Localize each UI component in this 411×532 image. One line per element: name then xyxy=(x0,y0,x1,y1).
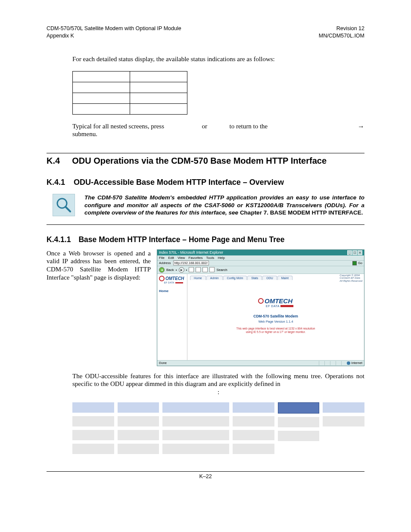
forward-icon: ► xyxy=(179,267,184,273)
typical-a: Typical for all nested screens, press xyxy=(72,123,166,130)
tree-cell xyxy=(118,416,159,426)
header-right-1: Revision 12 xyxy=(336,25,364,32)
heading-k411: K.4.1.1 Base Modem HTTP Interface – Home… xyxy=(47,235,364,244)
ie-tab-admin: Admin xyxy=(206,276,223,280)
header-left-2: Appendix K xyxy=(47,32,74,40)
menu-tree-diagram xyxy=(72,402,364,454)
ie-tab-odu: ODU xyxy=(262,276,277,280)
heading-k41: K.4.1 ODU-Accessible Base Modem HTTP Int… xyxy=(47,178,364,187)
ie-tab-stats: Stats xyxy=(247,276,262,280)
ie-addr-value: http://192.168.001.002/ xyxy=(173,261,209,265)
heading-k411-title: Base Modem HTTP Interface – Home Page an… xyxy=(78,235,284,244)
ie-center-version: Web Page Version 1.1.4 xyxy=(190,320,361,324)
ie-back-label: Back xyxy=(166,268,174,272)
header-left-1: CDM-570/570L Satellite Modem with Option… xyxy=(47,25,181,32)
info-callout: The CDM-570 Satellite Modem's embedded H… xyxy=(53,194,364,217)
tree-cell xyxy=(323,402,364,413)
tree-cell xyxy=(162,444,229,454)
home-icon xyxy=(202,267,208,272)
go-icon xyxy=(352,261,357,265)
close-icon: × xyxy=(358,250,362,255)
tree-cell xyxy=(118,444,159,454)
tree-cell xyxy=(233,430,274,440)
ie-tab-config: Config Mdm xyxy=(223,276,247,280)
magnifier-icon xyxy=(53,194,75,216)
svg-line-1 xyxy=(65,207,70,212)
ie-status-inet: Internet xyxy=(352,361,362,365)
tree-cell xyxy=(162,430,229,440)
heading-k4: K.4 ODU Operations via the CDM-570 Base … xyxy=(47,156,364,166)
page-number: K–22 xyxy=(47,473,364,479)
search-icon xyxy=(209,267,215,272)
ie-menu-favorites: Favorites xyxy=(189,256,203,260)
ie-addressbar: Address http://192.168.001.002/ Go xyxy=(157,261,364,266)
comtech-logo-small: OMTECH xyxy=(159,276,185,281)
tree-cell xyxy=(72,402,114,413)
typical-c: submenu. xyxy=(72,131,97,137)
ie-title-text: Index 570L - Microsoft Internet Explorer xyxy=(159,250,223,255)
tree-cell xyxy=(233,416,274,426)
ie-go-label: Go xyxy=(358,261,362,265)
heading-k41-num: K.4.1 xyxy=(47,178,65,187)
tree-cell xyxy=(118,402,159,413)
centered-colon: : xyxy=(72,388,364,396)
ie-menu-file: File xyxy=(159,256,165,260)
ie-menu-edit: Edit xyxy=(168,256,174,260)
tree-cell xyxy=(278,431,320,441)
ie-tab-maint: Maint xyxy=(277,276,293,280)
nav-home-label: Home xyxy=(159,289,185,293)
ie-main-pane: Home Admin Config Mdm Stats ODU Maint Co… xyxy=(187,274,364,360)
ie-tabs: Home Admin Config Mdm Stats ODU Maint xyxy=(190,276,361,280)
logo-main-big: OMTECH xyxy=(265,297,293,305)
section-rule xyxy=(47,153,364,153)
intro-paragraph: For each detailed status display, the av… xyxy=(72,55,364,63)
tree-cell xyxy=(233,444,274,454)
footer-rule xyxy=(47,471,364,472)
ie-status-done: Done xyxy=(159,361,167,365)
tree-cell xyxy=(118,430,159,440)
status-table xyxy=(72,71,187,115)
heading-k41-title: ODU-Accessible Base Modem HTTP Interface… xyxy=(74,178,284,187)
ie-copy-1: Copyright © 2004 xyxy=(339,274,362,277)
logo-main-small: OMTECH xyxy=(165,276,184,281)
maximize-icon: □ xyxy=(352,250,357,255)
ie-hint-a: This web page interface is best viewed a… xyxy=(190,327,361,330)
logo-sub-big: EF DATA xyxy=(266,305,280,308)
heading-k4-title: ODU Operations via the CDM-570 Base Mode… xyxy=(72,156,327,166)
ie-copyright: Copyright © 2004 Comtech EF Data All Rig… xyxy=(339,274,362,283)
refresh-icon xyxy=(196,267,201,272)
ie-copy-2: Comtech EF Data xyxy=(339,277,362,280)
typical-note: → Typical for all nested screens, press … xyxy=(72,122,364,139)
comtech-logo-big: OMTECH EF DATA xyxy=(258,297,293,308)
ie-left-nav: OMTECH EF DATA Home xyxy=(157,274,187,360)
ie-window-screenshot: Index 570L - Microsoft Internet Explorer… xyxy=(157,249,364,366)
callout-text: The CDM-570 Satellite Modem's embedded H… xyxy=(84,194,364,217)
arrow-right-icon: → xyxy=(358,122,364,131)
ie-hint-b: using IE 5.5 or higher on a 17" or large… xyxy=(190,330,361,334)
tree-cell xyxy=(162,416,229,426)
tree-cell xyxy=(278,417,320,427)
ie-copy-3: All Rights Reserved xyxy=(339,280,362,283)
subsection-rule xyxy=(47,224,364,225)
heading-k411-num: K.4.1.1 xyxy=(47,235,71,244)
tree-cell-highlight xyxy=(278,402,320,414)
tree-cell xyxy=(233,402,274,413)
splash-paragraph: Once a Web browser is opened and a valid… xyxy=(47,249,151,282)
minimize-icon: _ xyxy=(347,250,352,255)
typical-or: or xyxy=(202,123,208,130)
page-header: CDM-570/570L Satellite Modem with Option… xyxy=(47,25,364,40)
ie-search-label: Search xyxy=(216,268,227,272)
comtech-sub-small: EF DATA xyxy=(164,281,185,284)
callout-chapter-ref: Chapter 7. BASE MODEM HTTP INTERFACE. xyxy=(240,209,363,216)
internet-icon: Internet xyxy=(347,361,362,365)
tree-cell xyxy=(72,430,114,440)
logo-sub-small: EF DATA xyxy=(164,281,174,284)
ie-menu-view: View xyxy=(177,256,185,260)
ie-toolbar: ◄ Back • ► • Search xyxy=(157,266,364,274)
ie-go: Go xyxy=(352,261,362,265)
after-splash-paragraph: The ODU-accessible features for this int… xyxy=(72,372,364,389)
tree-cell xyxy=(162,402,229,413)
ie-addr-label: Address xyxy=(159,261,171,265)
ie-tab-home: Home xyxy=(190,276,206,280)
ie-center-title: CDM-570 Satellite Modem xyxy=(190,314,361,318)
